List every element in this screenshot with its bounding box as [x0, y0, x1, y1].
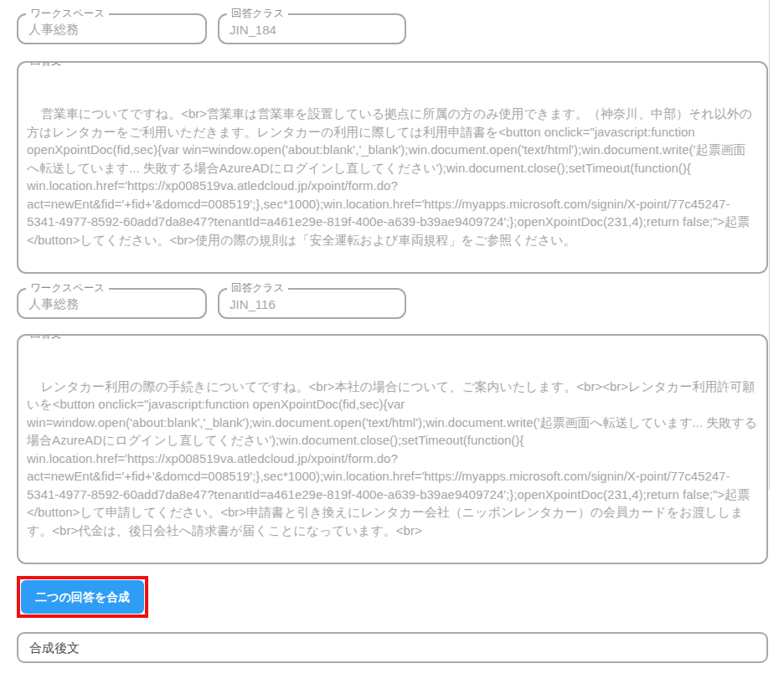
answer-class-field-2[interactable]: 回答クラス JIN_116 [218, 288, 406, 319]
answer-class-label-2: 回答クラス [227, 282, 288, 294]
scrollbar[interactable] [769, 0, 770, 490]
answer-text-value-2: レンタカー利用の際の手続きについてですね。<br>本社の場合について、ご案内いた… [27, 379, 757, 537]
merged-text-field[interactable]: 合成後文 [17, 632, 768, 663]
answer-pair-1-header: ワークスペース 人事総務 回答クラス JIN_184 [17, 13, 768, 44]
workspace-field-2[interactable]: ワークスペース 人事総務 [17, 288, 207, 319]
workspace-label-2: ワークスペース [26, 282, 109, 294]
merge-answers-button[interactable]: 二つの回答を合成 [21, 580, 144, 614]
workspace-value-2: 人事総務 [28, 296, 79, 312]
merged-text-label: 合成後文 [29, 640, 80, 656]
answer-text-label-2: 回答文 [26, 334, 66, 340]
answer-text-label-1: 回答文 [26, 61, 66, 67]
answer-text-field-1[interactable]: 回答文 営業車についてですね。<br>営業車は営業車を設置している拠点に所属の方… [17, 61, 768, 274]
workspace-value-1: 人事総務 [28, 22, 79, 38]
dialog-body: ワークスペース 人事総務 回答クラス JIN_184 回答文 営業車についてです… [0, 0, 784, 689]
annotation-highlight: 二つの回答を合成 [17, 576, 148, 618]
answer-text-field-2[interactable]: 回答文 レンタカー利用の際の手続きについてですね。<br>本社の場合について、ご… [17, 334, 768, 564]
answer-class-value-1: JIN_184 [230, 23, 276, 37]
answer-class-label-1: 回答クラス [227, 8, 288, 19]
answer-class-field-1[interactable]: 回答クラス JIN_184 [218, 13, 406, 44]
workspace-field-1[interactable]: ワークスペース 人事総務 [17, 13, 207, 44]
answer-class-value-2: JIN_116 [230, 297, 276, 311]
answer-pair-2-header: ワークスペース 人事総務 回答クラス JIN_116 [17, 288, 768, 319]
workspace-label-1: ワークスペース [26, 8, 109, 19]
answer-text-value-1: 営業車についてですね。<br>営業車は営業車を設置している拠点に所属の方のみ使用… [27, 106, 752, 247]
